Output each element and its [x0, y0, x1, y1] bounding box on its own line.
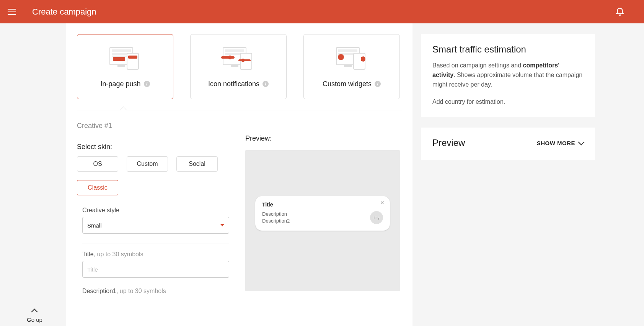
skin-custom-button[interactable]: Custom [127, 156, 168, 172]
svg-point-16 [241, 59, 245, 62]
traffic-estimation-hint: Add country for estimation. [432, 98, 584, 105]
traffic-estimation-text: Based on campaign settings and competito… [432, 61, 584, 89]
svg-rect-13 [221, 56, 235, 59]
format-card-icon-notifications[interactable]: Icon notifications i [190, 34, 287, 99]
description1-field-label: Description1, up to 30 symbols [82, 288, 232, 295]
info-icon[interactable]: i [144, 81, 150, 87]
icon-notifications-illustration-icon [219, 46, 258, 72]
show-more-button[interactable]: SHOW MORE [537, 140, 584, 146]
menu-icon[interactable] [8, 7, 17, 16]
preview-side-card: Preview SHOW MORE [421, 128, 595, 160]
svg-rect-20 [344, 65, 352, 67]
svg-rect-10 [225, 53, 240, 55]
svg-rect-6 [113, 57, 125, 61]
svg-rect-1 [112, 49, 131, 52]
right-sidebar: Smart traffic estimation Based on campai… [412, 23, 644, 326]
push-sample-title: Title [262, 201, 383, 208]
svg-point-14 [228, 56, 232, 59]
format-card-label: In-page push [100, 80, 140, 88]
svg-rect-2 [112, 53, 127, 55]
image-placeholder-icon: Img [370, 211, 383, 224]
svg-rect-3 [112, 56, 127, 57]
notifications-icon[interactable] [615, 6, 625, 18]
format-card-custom-widgets[interactable]: Custom widgets i [303, 34, 400, 99]
go-up-button[interactable]: Go up [27, 310, 42, 323]
title-input[interactable] [82, 261, 229, 278]
title-field-label: Title, up to 30 symbols [82, 251, 232, 258]
skin-classic-button[interactable]: Classic [77, 180, 118, 195]
push-preview-sample: ✕ Title Description Description2 Img [255, 196, 390, 231]
traffic-estimation-title: Smart traffic estimation [432, 44, 584, 55]
traffic-estimation-card: Smart traffic estimation Based on campai… [421, 34, 595, 117]
svg-rect-18 [338, 49, 357, 52]
svg-marker-23 [361, 56, 365, 62]
format-card-label: Icon notifications [208, 80, 259, 88]
app-header: Create campaign [0, 0, 644, 23]
preview-canvas: ✕ Title Description Description2 Img [245, 150, 400, 291]
close-icon[interactable]: ✕ [380, 200, 385, 206]
chevron-up-icon [31, 309, 38, 315]
svg-rect-11 [231, 65, 238, 67]
in-page-push-illustration-icon [106, 46, 144, 72]
divider [82, 244, 229, 244]
skin-social-button[interactable]: Social [176, 156, 218, 172]
svg-marker-22 [338, 54, 344, 60]
creative-style-label: Creative style [82, 207, 232, 214]
creative-style-value: Small [87, 222, 102, 229]
svg-rect-4 [117, 65, 125, 67]
push-sample-descriptions: Description Description2 [262, 211, 290, 224]
custom-widgets-illustration-icon [333, 46, 371, 72]
info-icon[interactable]: i [262, 81, 269, 87]
chevron-down-icon [220, 224, 224, 226]
preview-heading: Preview: [245, 134, 400, 143]
main-panel: In-page push i [66, 23, 412, 326]
creative-style-select[interactable]: Small [82, 217, 229, 234]
format-card-in-page-push[interactable]: In-page push i [77, 34, 173, 99]
info-icon[interactable]: i [375, 81, 381, 87]
select-skin-label: Select skin: [77, 143, 232, 151]
chevron-down-icon [578, 139, 585, 146]
svg-rect-9 [225, 49, 244, 52]
preview-column: Preview: ✕ Title Description Description… [245, 134, 400, 298]
svg-rect-7 [128, 56, 137, 59]
skin-os-button[interactable]: OS [77, 156, 118, 172]
format-card-label: Custom widgets [323, 80, 372, 88]
creative-number-label: Creative #1 [77, 122, 402, 130]
preview-side-title: Preview [432, 138, 465, 148]
creative-form: Select skin: OS Custom Social Classic Cr… [77, 134, 232, 298]
page-title: Create campaign [32, 7, 96, 17]
